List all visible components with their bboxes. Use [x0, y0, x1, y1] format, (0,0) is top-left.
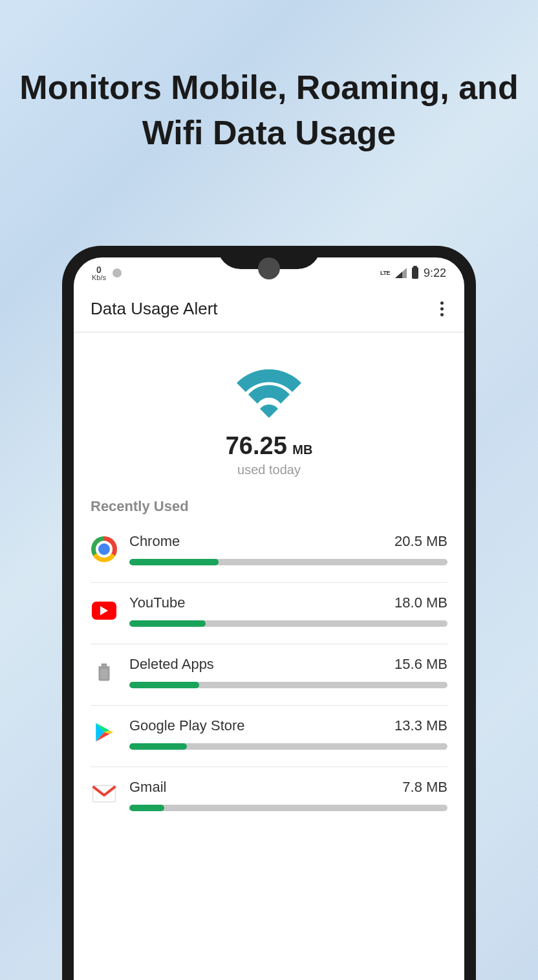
chrome-icon: [91, 536, 117, 562]
app-usage-list: Chrome20.5 MBYouTube18.0 MBDeleted Apps1…: [74, 521, 464, 828]
list-item[interactable]: Google Play Store13.3 MB: [91, 706, 447, 767]
status-left: 0 Kb/s: [92, 265, 122, 281]
app-usage-value: 13.3 MB: [394, 717, 447, 734]
clock: 9:22: [424, 267, 446, 280]
usage-bar: [129, 743, 447, 750]
app-name: Deleted Apps: [129, 656, 214, 673]
status-right: LTE 9:22: [380, 267, 446, 280]
list-item[interactable]: Gmail7.8 MB: [91, 767, 447, 828]
youtube-icon: [92, 602, 116, 620]
phone-notch: [217, 246, 321, 269]
app-usage-value: 15.6 MB: [394, 656, 447, 673]
total-usage-subtitle: used today: [74, 463, 464, 477]
speed-value: 0: [92, 265, 106, 274]
marketing-headline: Monitors Mobile, Roaming, and Wifi Data …: [0, 0, 538, 155]
speed-unit: Kb/s: [92, 274, 106, 281]
trash-icon: [93, 659, 115, 686]
total-usage-unit: MB: [292, 442, 312, 457]
wifi-icon: [230, 364, 308, 424]
phone-frame: 0 Kb/s LTE 9:22 Data Usage Alert: [62, 246, 476, 980]
app-name: Chrome: [129, 533, 180, 550]
usage-bar: [129, 682, 447, 688]
app-usage-value: 18.0 MB: [394, 594, 447, 611]
usage-bar: [129, 805, 447, 811]
network-label: LTE: [380, 270, 390, 276]
section-title: Recently Used: [74, 493, 464, 521]
app-name: YouTube: [129, 594, 185, 611]
list-item[interactable]: Deleted Apps15.6 MB: [91, 644, 447, 706]
battery-icon: [412, 267, 418, 279]
total-usage-value: 76.25: [226, 432, 287, 459]
gmail-icon: [92, 784, 116, 806]
play-store-icon: [93, 720, 115, 747]
usage-summary: 76.25 MB used today: [74, 332, 464, 493]
list-item[interactable]: Chrome20.5 MB: [91, 521, 447, 583]
phone-screen: 0 Kb/s LTE 9:22 Data Usage Alert: [74, 257, 464, 980]
usage-bar: [129, 620, 447, 627]
list-item[interactable]: YouTube18.0 MB: [91, 583, 447, 644]
status-dot-icon: [113, 268, 122, 278]
app-name: Google Play Store: [129, 717, 245, 734]
app-usage-value: 7.8 MB: [402, 779, 447, 796]
app-name: Gmail: [129, 779, 166, 796]
usage-bar: [129, 559, 447, 565]
speed-indicator: 0 Kb/s: [92, 265, 106, 281]
signal-icon: [395, 268, 407, 278]
page-title: Data Usage Alert: [91, 299, 218, 319]
app-bar: Data Usage Alert: [74, 289, 464, 332]
app-usage-value: 20.5 MB: [394, 533, 447, 550]
overflow-menu-button[interactable]: [436, 298, 447, 320]
